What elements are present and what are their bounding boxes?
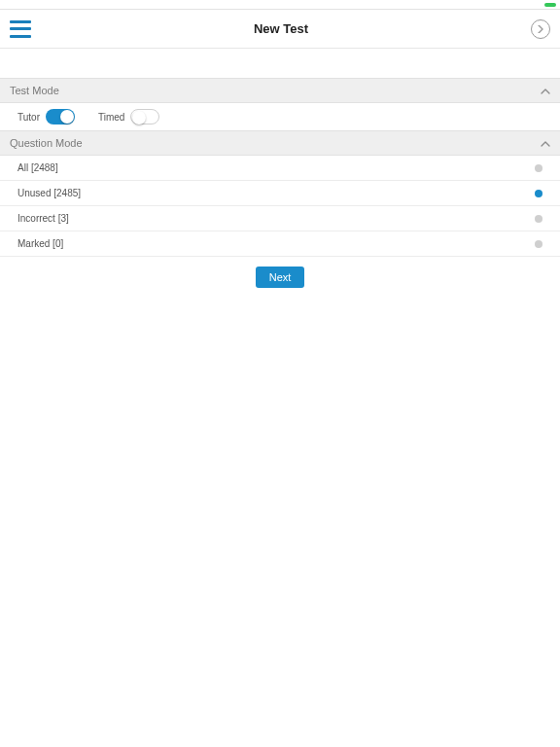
timed-label: Timed (98, 112, 124, 123)
option-label: All [2488] (18, 162, 58, 173)
question-mode-option-all[interactable]: All [2488] (0, 156, 560, 181)
timed-toggle-group: Timed (98, 109, 159, 124)
tutor-toggle-group: Tutor (18, 109, 75, 124)
navbar: New Test (0, 10, 560, 49)
section-header-label: Test Mode (10, 85, 59, 96)
radio-icon (535, 164, 542, 172)
option-label: Unused [2485] (18, 188, 81, 198)
spacer (0, 49, 560, 78)
question-mode-option-incorrect[interactable]: Incorrect [3] (0, 206, 560, 231)
battery-indicator (544, 3, 556, 7)
section-header-label: Question Mode (10, 137, 83, 149)
tutor-toggle[interactable] (46, 109, 75, 124)
chevron-up-icon (541, 137, 550, 149)
option-label: Marked [0] (18, 238, 63, 249)
menu-icon[interactable] (10, 20, 31, 38)
page-title: New Test (31, 21, 531, 36)
question-mode-option-marked[interactable]: Marked [0] (0, 231, 560, 257)
question-mode-option-unused[interactable]: Unused [2485] (0, 181, 560, 206)
chevron-up-icon (541, 85, 550, 96)
section-header-question-mode[interactable]: Question Mode (0, 130, 560, 156)
timed-toggle[interactable] (130, 109, 159, 124)
forward-circle-icon[interactable] (531, 19, 550, 39)
tutor-label: Tutor (18, 112, 40, 123)
option-label: Incorrect [3] (18, 213, 69, 224)
status-bar (0, 0, 560, 10)
section-header-test-mode[interactable]: Test Mode (0, 78, 560, 103)
radio-icon (535, 240, 542, 248)
test-mode-panel: Tutor Timed (0, 103, 560, 130)
radio-icon (535, 190, 542, 197)
radio-icon (535, 215, 542, 223)
next-button[interactable]: Next (256, 267, 305, 288)
